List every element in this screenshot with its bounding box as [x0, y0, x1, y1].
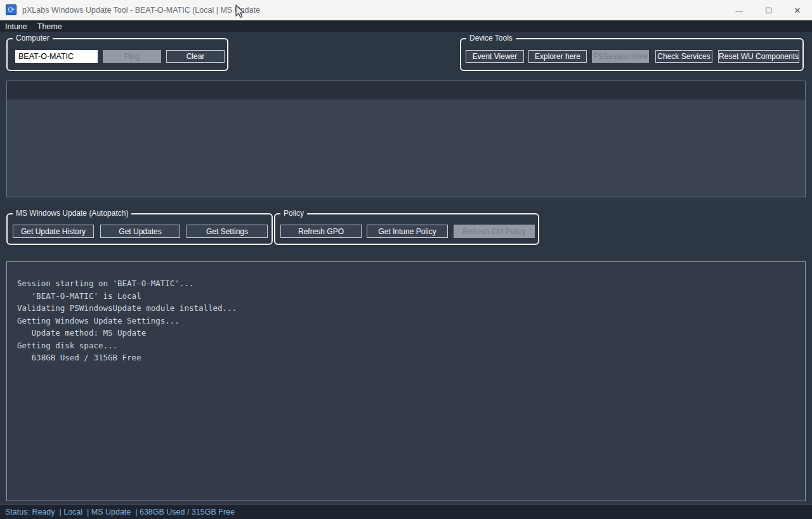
computer-name-input[interactable] [15, 50, 98, 63]
get-updates-button[interactable]: Get Updates [100, 225, 180, 238]
menubar: Intune Theme [0, 21, 812, 32]
get-intune-policy-button[interactable]: Get Intune Policy [367, 225, 448, 238]
results-list[interactable] [6, 81, 806, 197]
explorer-here-button[interactable]: Explorer here [528, 50, 587, 63]
maximize-icon [766, 8, 771, 13]
device-tools-group-label: Device Tools [466, 34, 516, 43]
status-text: Status: Ready | Local | MS Update | 638G… [5, 508, 235, 516]
device-tools-groupbox: Device Tools Event Viewer Explorer here … [460, 38, 804, 71]
window-controls: — ✕ [724, 0, 812, 20]
close-button[interactable]: ✕ [783, 0, 812, 20]
sync-icon: ⟳ [8, 6, 15, 14]
results-list-header [7, 81, 805, 100]
statusbar: Status: Ready | Local | MS Update | 638G… [0, 504, 812, 519]
console-panel[interactable]: Session starting on 'BEAT-O-MATIC'... 'B… [6, 261, 806, 501]
ms-windows-update-group-label: MS Windows Update (Autopatch) [13, 209, 131, 218]
minimize-icon: — [735, 6, 743, 15]
get-settings-button[interactable]: Get Settings [187, 225, 268, 238]
check-services-button[interactable]: Check Services [655, 50, 712, 63]
policy-groupbox: Policy Refresh GPO Get Intune Policy Ref… [274, 213, 539, 245]
close-icon: ✕ [794, 6, 801, 15]
minimize-button[interactable]: — [724, 0, 754, 20]
maximize-button[interactable] [754, 0, 783, 20]
app-window: ⟳ pXLabs Windows Update Tool - BEAT-O-MA… [0, 0, 812, 519]
computer-group-label: Computer [13, 34, 53, 43]
clear-button[interactable]: Clear [166, 50, 225, 63]
event-viewer-button[interactable]: Event Viewer [466, 50, 524, 63]
ms-windows-update-groupbox: MS Windows Update (Autopatch) Get Update… [6, 213, 273, 245]
menu-intune[interactable]: Intune [0, 22, 32, 32]
pssession-here-button: PSSession here [592, 50, 649, 63]
menu-theme[interactable]: Theme [32, 22, 67, 32]
reset-wu-components-button[interactable]: Reset WU Components [718, 50, 799, 63]
window-title: pXLabs Windows Update Tool - BEAT-O-MATI… [22, 6, 260, 15]
app-icon: ⟳ [6, 4, 16, 15]
ping-button: Ping [103, 50, 161, 63]
refresh-gpo-button[interactable]: Refresh GPO [280, 225, 362, 238]
get-update-history-button[interactable]: Get Update History [13, 225, 94, 238]
titlebar[interactable]: ⟳ pXLabs Windows Update Tool - BEAT-O-MA… [0, 0, 812, 20]
console-output[interactable]: Session starting on 'BEAT-O-MATIC'... 'B… [17, 277, 800, 496]
refresh-cm-policy-button: Refresh CM Policy [454, 225, 535, 238]
policy-group-label: Policy [280, 209, 307, 218]
computer-groupbox: Computer Ping Clear [6, 38, 228, 71]
